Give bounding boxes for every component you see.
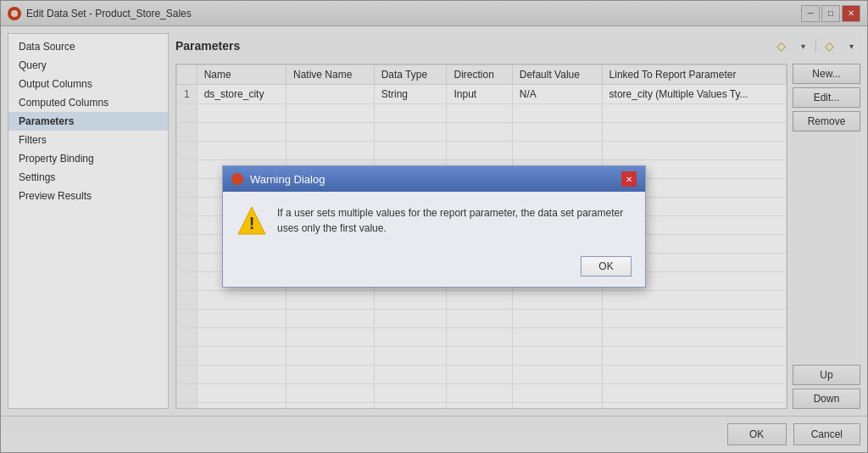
svg-text:!: !	[249, 214, 255, 232]
dialog-app-icon	[231, 173, 243, 185]
warning-icon: !	[236, 205, 267, 236]
dialog-footer: OK	[223, 249, 645, 287]
dialog-body: ! If a user sets multiple values for the…	[223, 192, 645, 249]
dialog-close-button[interactable]: ✕	[621, 171, 637, 187]
dialog-title-text: Warning Dialog	[250, 173, 325, 186]
dialog-overlay: Warning Dialog ✕ ! If a user sets multip…	[0, 0, 868, 453]
dialog-ok-button[interactable]: OK	[581, 256, 632, 277]
dialog-title-left: Warning Dialog	[231, 173, 325, 186]
warning-dialog: Warning Dialog ✕ ! If a user sets multip…	[222, 165, 646, 288]
dialog-title-bar: Warning Dialog ✕	[223, 166, 645, 192]
dialog-message: If a user sets multiple values for the r…	[277, 205, 632, 236]
